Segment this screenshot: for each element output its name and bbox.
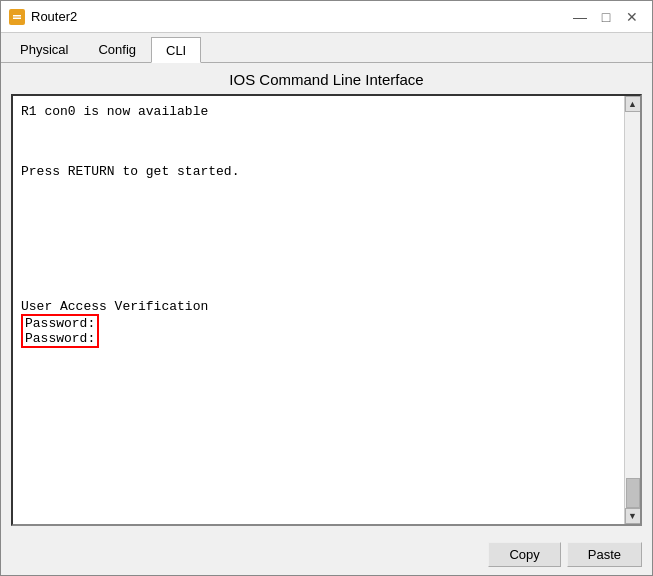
- pwd2: Password:: [25, 331, 95, 346]
- close-button[interactable]: ✕: [620, 7, 644, 27]
- tab-bar: Physical Config CLI: [1, 33, 652, 63]
- copy-button[interactable]: Copy: [488, 542, 560, 567]
- scroll-up-arrow[interactable]: ▲: [625, 96, 641, 112]
- terminal-output[interactable]: R1 con0 is now available Press RETURN to…: [13, 96, 624, 524]
- app-icon: [9, 9, 25, 25]
- tab-physical[interactable]: Physical: [5, 36, 83, 62]
- window-title: Router2: [31, 9, 77, 24]
- scroll-down-arrow[interactable]: ▼: [625, 508, 641, 524]
- paste-button[interactable]: Paste: [567, 542, 642, 567]
- minimize-button[interactable]: —: [568, 7, 592, 27]
- scroll-track: [625, 112, 640, 508]
- pwd1: Password:: [25, 316, 95, 331]
- page-title: IOS Command Line Interface: [1, 63, 652, 94]
- password-highlight: Password: Password:: [21, 314, 99, 348]
- svg-rect-2: [13, 17, 21, 19]
- line-uav: User Access Verification: [21, 299, 208, 314]
- terminal-container: R1 con0 is now available Press RETURN to…: [11, 94, 642, 526]
- bottom-bar: Copy Paste: [1, 536, 652, 575]
- scroll-thumb[interactable]: [626, 478, 640, 508]
- svg-rect-0: [11, 11, 23, 23]
- maximize-button[interactable]: □: [594, 7, 618, 27]
- svg-rect-1: [13, 15, 21, 17]
- window: Router2 — □ ✕ Physical Config CLI IOS Co…: [0, 0, 653, 576]
- cli-area: R1 con0 is now available Press RETURN to…: [1, 94, 652, 536]
- line-return: Press RETURN to get started.: [21, 164, 239, 179]
- scrollbar[interactable]: ▲ ▼: [624, 96, 640, 524]
- line1: R1 con0 is now available: [21, 104, 208, 119]
- tab-cli[interactable]: CLI: [151, 37, 201, 63]
- tab-config[interactable]: Config: [83, 36, 151, 62]
- title-bar: Router2 — □ ✕: [1, 1, 652, 33]
